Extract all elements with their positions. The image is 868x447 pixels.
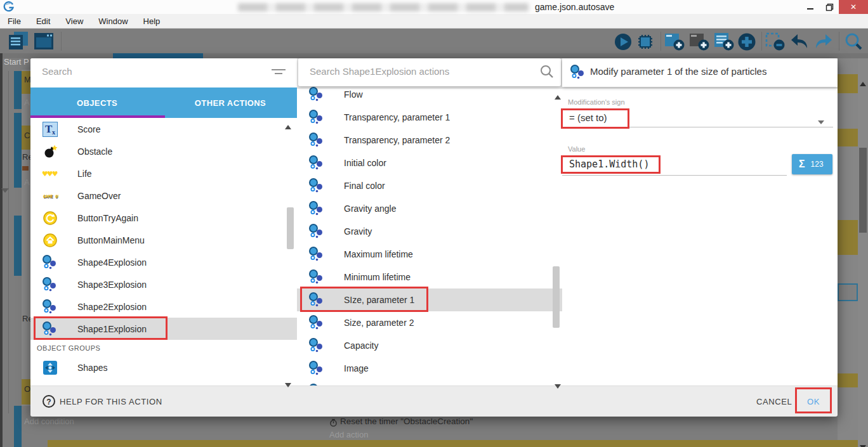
project-manager-icon[interactable] (6, 30, 30, 55)
toolbar-separator (761, 32, 762, 51)
search-toolbar-icon[interactable] (843, 32, 864, 55)
action-list-item[interactable]: Gravity (297, 220, 562, 243)
menu-help[interactable]: Help (136, 16, 168, 26)
object-list-item-label: Obstacle (77, 146, 112, 157)
action-list-item[interactable]: Flow (297, 83, 562, 106)
redo-icon[interactable] (813, 32, 834, 55)
add-subevent-icon[interactable] (688, 32, 710, 55)
svg-text:GAME OVER: GAME OVER (43, 194, 58, 199)
object-list-item[interactable]: TxScore (30, 118, 297, 140)
object-list-item[interactable]: ButtonTryAgain (30, 207, 297, 229)
add-condition-link[interactable]: Add condition (24, 417, 74, 426)
action-list-item[interactable]: Capacity (297, 334, 562, 357)
scroll-up-icon[interactable] (555, 91, 561, 102)
minimize-button[interactable] (801, 0, 820, 14)
scroll-up-icon[interactable] (285, 120, 291, 132)
debug-icon[interactable] (635, 32, 655, 55)
object-list-item-label: Shape1Explosion (77, 324, 147, 334)
event-action-text: Reset the timer "ObstacleCreation" (340, 417, 473, 426)
filter-icon[interactable] (270, 66, 287, 80)
menu-file[interactable]: File (0, 16, 29, 26)
sign-select[interactable]: = (set to) (569, 112, 607, 123)
restore-button[interactable] (820, 0, 838, 14)
events-column (22, 70, 30, 406)
action-list: FlowTransparency, parameter 1Transparenc… (297, 83, 562, 385)
gdevelop-logo-icon (3, 1, 15, 15)
object-list-item-label: ButtonTryAgain (77, 213, 138, 223)
main-scrollbar-thumb[interactable] (859, 148, 867, 233)
help-icon[interactable]: ? (42, 394, 56, 411)
add-event-icon[interactable] (664, 32, 685, 55)
chevron-down-icon[interactable] (817, 116, 825, 127)
add-comment-icon[interactable] (713, 32, 735, 55)
main-scrollbar-track[interactable] (858, 58, 868, 447)
cancel-button[interactable]: CANCEL (756, 397, 792, 406)
action-list-item[interactable]: Size, parameter 2 (297, 311, 562, 334)
event-bar (14, 406, 22, 447)
particle-emitter-icon (308, 314, 325, 331)
menu-window[interactable]: Window (91, 16, 135, 26)
object-list-item[interactable]: Shape3Explosion (30, 273, 297, 295)
object-list-item[interactable]: ♥♥♥Life (30, 162, 297, 185)
add-new-icon[interactable] (737, 32, 757, 55)
ok-button[interactable]: OK (807, 397, 820, 406)
menu-edit[interactable]: Edit (29, 16, 58, 26)
action-list-item[interactable]: Minimum lifetime (297, 266, 562, 288)
action-list-item[interactable]: Final color (297, 174, 562, 197)
particle-emitter-icon (308, 200, 325, 217)
action-list-item-label: Size, parameter 2 (344, 318, 414, 328)
play-icon[interactable] (613, 32, 633, 55)
particle-emitter-icon (308, 223, 325, 240)
add-action-link[interactable]: Add action (329, 430, 368, 439)
object-list-item[interactable]: Shape1Explosion (30, 318, 297, 340)
scene-window-icon[interactable] (33, 30, 56, 55)
action-list-item[interactable]: Initial color (297, 152, 562, 174)
undo-icon[interactable] (789, 32, 810, 55)
hearts-icon: ♥♥♥ (42, 165, 58, 182)
event-header-block (838, 220, 858, 255)
actions-scrollbar-thumb[interactable] (553, 266, 560, 328)
start-page-tab[interactable]: Start P (4, 57, 30, 67)
scroll-up-icon[interactable] (860, 77, 866, 89)
object-list-item[interactable]: Shape4Explosion (30, 251, 297, 273)
help-button[interactable]: HELP FOR THIS ACTION (60, 397, 162, 406)
action-list-item[interactable]: Gravity angle (297, 197, 562, 220)
menu-view[interactable]: View (58, 16, 91, 26)
object-list-item[interactable]: ButtonMainMenu (30, 229, 297, 251)
svg-text:♥♥♥: ♥♥♥ (42, 170, 58, 178)
scroll-down-icon[interactable] (555, 380, 561, 391)
object-list-item[interactable]: Shape2Explosion (30, 295, 297, 318)
particle-emitter-icon (308, 337, 325, 354)
action-list-item[interactable] (297, 380, 562, 385)
objects-scrollbar-thumb[interactable] (287, 207, 294, 249)
action-list-item-label: Transparency, parameter 2 (344, 135, 450, 145)
expression-editor-button[interactable]: Σ 123 (792, 154, 832, 174)
tab-objects[interactable]: OBJECTS (30, 87, 164, 118)
action-list-item[interactable]: Transparency, parameter 1 (297, 106, 562, 129)
scroll-down-icon[interactable] (860, 441, 866, 447)
action-list-item[interactable]: Transparency, parameter 2 (297, 129, 562, 152)
scroll-down-icon[interactable] (285, 379, 291, 390)
object-list-item[interactable]: Obstacle (30, 140, 297, 162)
home-button-icon (42, 232, 58, 249)
inline-edit-field (838, 283, 858, 301)
action-list-item-label: Capacity (344, 340, 378, 351)
remove-selection-icon[interactable] (765, 32, 786, 55)
particle-emitter-icon (570, 64, 586, 83)
action-list-item[interactable]: SIze, parameter 1 (297, 288, 562, 311)
particle-emitter-icon (308, 360, 325, 377)
action-list-item[interactable]: Image (297, 357, 562, 380)
objects-search-input[interactable] (41, 65, 233, 77)
particle-emitter-icon (308, 246, 325, 262)
search-icon[interactable] (539, 64, 555, 82)
close-button[interactable]: ✕ (839, 0, 868, 14)
value-input[interactable]: Shape1.Width() (569, 159, 649, 170)
collapse-arrow-icon[interactable] (1, 184, 9, 195)
action-list-item[interactable]: Maximum lifetime (297, 243, 562, 266)
tab-other-actions[interactable]: OTHER ACTIONS (164, 87, 297, 118)
event-header-block (48, 440, 858, 447)
actions-search-input[interactable] (308, 65, 520, 77)
object-list-item[interactable]: GAME OVERGAME OVERGameOver (30, 185, 297, 207)
clipped-text: A (24, 98, 30, 107)
object-group-item[interactable]: Shapes (30, 356, 297, 379)
